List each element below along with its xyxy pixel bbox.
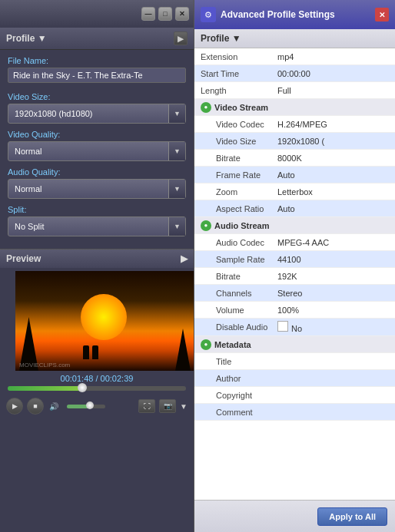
table-row[interactable]: Copyright xyxy=(194,387,395,404)
video-size-dropdown[interactable]: 1920x1080 (hd1080) ▼ xyxy=(8,104,186,124)
time-separator: / xyxy=(93,374,100,383)
row-val: No xyxy=(277,321,389,333)
table-row[interactable]: Sample Rate44100 xyxy=(194,251,395,268)
close-button[interactable]: ✕ xyxy=(175,7,189,21)
left-content: Profile ▼ ▶ File Name: Video Size: 1920x… xyxy=(0,28,194,532)
progress-thumb[interactable] xyxy=(78,383,87,392)
section-label: Metadata xyxy=(214,340,251,349)
table-row[interactable]: Start Time00:00:00 xyxy=(194,65,395,82)
row-val: 1920x1080 ( xyxy=(277,137,389,146)
row-val: H.264/MPEG xyxy=(277,120,389,129)
table-row[interactable]: ●Metadata xyxy=(194,336,395,353)
table-row[interactable]: Audio CodecMPEG-4 AAC xyxy=(194,234,395,251)
camera-icon[interactable]: 📷 xyxy=(159,399,176,413)
file-name-input[interactable] xyxy=(8,68,186,83)
audio-quality-dropdown[interactable]: Normal ▼ xyxy=(8,179,186,199)
split-value: No Split xyxy=(8,219,168,234)
right-title-bar: ⚙ Advanced Profile Settings ✕ xyxy=(194,0,395,29)
row-val: Stereo xyxy=(277,289,389,298)
row-key: Length xyxy=(201,86,277,95)
table-row[interactable]: Volume100% xyxy=(194,302,395,319)
play-button[interactable]: ▶ xyxy=(6,398,23,415)
row-key: Bitrate xyxy=(201,272,277,281)
video-size-arrow: ▼ xyxy=(168,104,185,123)
minimize-button[interactable]: — xyxy=(141,7,155,21)
restore-button[interactable]: □ xyxy=(158,7,172,21)
section-label: Audio Stream xyxy=(214,221,270,230)
row-key: Video Size xyxy=(201,137,277,146)
audio-quality-value: Normal xyxy=(8,181,168,197)
right-close-button[interactable]: ✕ xyxy=(375,8,389,21)
row-key: Author xyxy=(201,374,277,383)
settings-section: File Name: Video Size: 1920x1080 (hd1080… xyxy=(0,50,194,249)
stop-button[interactable]: ■ xyxy=(27,398,44,415)
volume-thumb[interactable] xyxy=(86,401,94,409)
time-display: 00:01:48 / 00:02:39 xyxy=(0,371,194,386)
row-val: Full xyxy=(277,86,389,95)
row-key: Aspect Ratio xyxy=(201,204,277,213)
table-row[interactable]: Extensionmp4 xyxy=(194,48,395,65)
fullscreen-icon[interactable]: ⛶ xyxy=(138,399,155,413)
right-table: Extensionmp4Start Time00:00:00LengthFull… xyxy=(194,48,395,500)
table-row[interactable]: ●Video Stream xyxy=(194,99,395,116)
more-icon[interactable]: ▼ xyxy=(180,402,188,411)
table-row[interactable]: Disable AudioNo xyxy=(194,319,395,336)
person2-decoration xyxy=(92,345,98,359)
left-profile-label: Profile ▼ xyxy=(6,33,47,44)
table-row[interactable]: LengthFull xyxy=(194,82,395,99)
file-name-label: File Name: xyxy=(8,56,186,65)
split-dropdown[interactable]: No Split ▼ xyxy=(8,216,186,236)
row-key: Channels xyxy=(201,289,277,298)
row-val: 00:00:00 xyxy=(277,69,389,78)
preview-arrow[interactable]: ▶ xyxy=(181,253,188,264)
table-row[interactable]: ●Audio Stream xyxy=(194,217,395,234)
table-row[interactable]: Author xyxy=(194,370,395,387)
volume-slider[interactable] xyxy=(67,405,105,408)
table-row[interactable]: Video CodecH.264/MPEG xyxy=(194,116,395,133)
video-quality-arrow: ▼ xyxy=(168,142,185,160)
preview-label: Preview xyxy=(6,253,41,264)
table-row[interactable]: ChannelsStereo xyxy=(194,285,395,302)
table-row[interactable]: Aspect RatioAuto xyxy=(194,200,395,217)
apply-to-all-button[interactable]: Apply to All xyxy=(317,507,387,526)
row-key: Frame Rate xyxy=(201,170,277,180)
right-profile-header[interactable]: Profile ▼ xyxy=(194,29,395,48)
preview-image: MOVIECLIPS.com xyxy=(15,271,194,371)
table-row[interactable]: ZoomLetterbox xyxy=(194,183,395,200)
row-key: Copyright xyxy=(201,391,277,400)
table-row[interactable]: Bitrate8000K xyxy=(194,150,395,167)
audio-quality-group: Audio Quality: Normal ▼ xyxy=(8,167,186,199)
left-profile-arrow[interactable]: ▶ xyxy=(174,31,188,45)
section-icon: ● xyxy=(201,220,211,231)
file-name-group: File Name: xyxy=(8,56,186,89)
sun-decoration xyxy=(81,294,127,340)
table-row[interactable]: Title xyxy=(194,353,395,370)
table-row[interactable]: Frame RateAuto xyxy=(194,167,395,183)
row-key: Extension xyxy=(201,52,277,61)
row-key: Start Time xyxy=(201,69,277,78)
split-label: Split: xyxy=(8,205,186,214)
row-val: 8000K xyxy=(277,154,389,163)
video-quality-value: Normal xyxy=(8,144,168,159)
table-row[interactable]: Bitrate192K xyxy=(194,268,395,285)
settings-icon: ⚙ xyxy=(201,7,216,22)
video-quality-dropdown[interactable]: Normal ▼ xyxy=(8,141,186,161)
section-label: Video Stream xyxy=(214,103,268,112)
row-key: Sample Rate xyxy=(201,255,277,264)
progress-bar[interactable] xyxy=(0,386,194,391)
row-key: Zoom xyxy=(201,187,277,197)
preview-image-container: MOVIECLIPS.com xyxy=(0,268,194,371)
progress-track[interactable] xyxy=(8,386,186,391)
left-profile-header[interactable]: Profile ▼ ▶ xyxy=(0,28,194,50)
right-title: Advanced Profile Settings xyxy=(221,9,370,20)
preview-section: Preview ▶ MOVIECLIPS.com 00:01:48 / 00:0… xyxy=(0,249,194,418)
split-group: Split: No Split ▼ xyxy=(8,205,186,236)
table-row[interactable]: Comment xyxy=(194,404,395,421)
person1-decoration xyxy=(83,345,89,359)
table-row[interactable]: Video Size1920x1080 ( xyxy=(194,133,395,150)
row-key: Disable Audio xyxy=(201,322,277,332)
checkbox[interactable] xyxy=(277,321,288,332)
section-icon: ● xyxy=(201,339,211,350)
row-val: mp4 xyxy=(277,52,389,61)
row-val: 192K xyxy=(277,272,389,281)
